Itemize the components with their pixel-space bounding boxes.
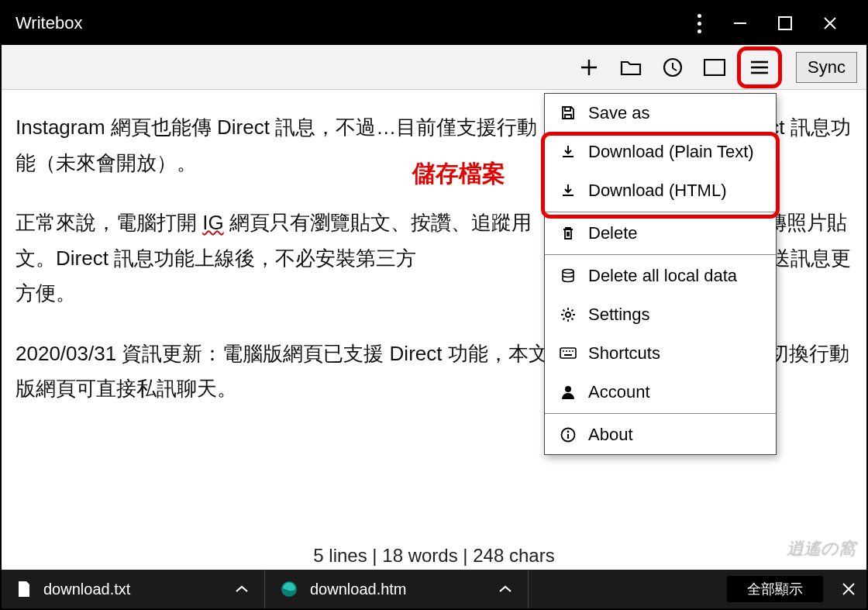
close-button[interactable]: [808, 2, 852, 45]
info-icon: [559, 427, 577, 443]
menu-shortcuts[interactable]: Shortcuts: [545, 334, 776, 373]
svg-rect-1: [779, 17, 791, 29]
annotation-label: 儲存檔案: [412, 153, 505, 195]
svg-point-14: [566, 312, 570, 317]
svg-point-23: [567, 431, 570, 433]
layout-button[interactable]: [695, 50, 734, 84]
menu-download-html[interactable]: Download (HTML): [545, 171, 776, 210]
titlebar: Writebox: [2, 2, 866, 45]
window-title: Writebox: [16, 13, 82, 33]
menu-settings[interactable]: Settings: [545, 295, 776, 334]
download-icon: [559, 183, 577, 198]
download-icon: [559, 144, 577, 160]
trash-icon: [559, 226, 577, 241]
menu-account[interactable]: Account: [545, 373, 776, 412]
dropdown-menu: Save as Download (Plain Text) Download (…: [544, 93, 777, 455]
toolbar: Sync: [2, 45, 866, 90]
keyboard-icon: [559, 347, 577, 360]
show-all-downloads-button[interactable]: 全部顯示: [727, 576, 823, 602]
menu-button[interactable]: [749, 60, 770, 75]
file-icon: [17, 581, 31, 598]
database-icon: [559, 268, 577, 284]
close-downloads-button[interactable]: [831, 582, 866, 596]
menu-about[interactable]: About: [545, 415, 776, 454]
history-button[interactable]: [653, 50, 692, 84]
open-folder-button[interactable]: [611, 50, 650, 84]
downloads-bar: download.txt download.htm 全部顯示: [2, 570, 866, 608]
edge-icon: [281, 581, 298, 598]
chevron-up-icon[interactable]: [498, 584, 512, 594]
svg-line-8: [673, 68, 677, 71]
gear-icon: [559, 307, 577, 322]
user-icon: [559, 384, 577, 400]
menu-delete[interactable]: Delete: [545, 214, 776, 253]
menu-button-highlight: [737, 47, 782, 88]
menu-download-txt[interactable]: Download (Plain Text): [545, 133, 776, 171]
menu-save-as[interactable]: Save as: [545, 94, 776, 133]
svg-rect-15: [560, 348, 576, 358]
svg-point-21: [565, 386, 571, 392]
menu-delete-all[interactable]: Delete all local data: [545, 257, 776, 295]
new-file-button[interactable]: [570, 50, 608, 84]
svg-rect-9: [704, 60, 725, 75]
more-icon[interactable]: [680, 2, 718, 45]
svg-point-13: [563, 270, 574, 274]
save-icon: [559, 105, 577, 121]
maximize-button[interactable]: [763, 2, 808, 45]
minimize-button[interactable]: [718, 2, 763, 45]
sync-button[interactable]: Sync: [796, 52, 857, 83]
chevron-up-icon[interactable]: [235, 584, 249, 594]
download-item-1[interactable]: download.txt: [2, 570, 265, 608]
download-item-2[interactable]: download.htm: [265, 570, 529, 608]
status-bar: 5 lines | 18 words | 248 chars: [2, 545, 866, 567]
